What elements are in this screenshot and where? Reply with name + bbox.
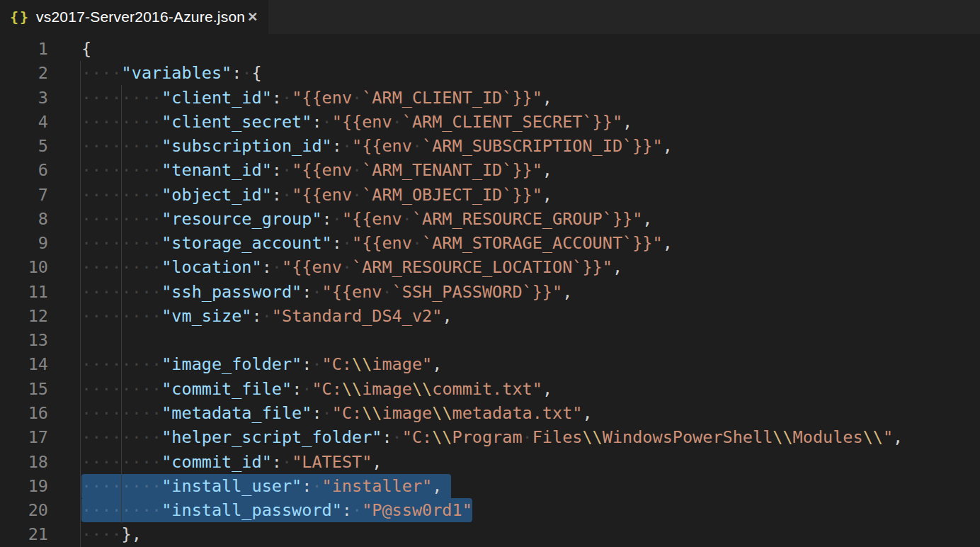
line-number[interactable]: 10 bbox=[0, 255, 48, 279]
line-number[interactable]: 13 bbox=[0, 328, 48, 352]
json-string: `ARM_STORAGE_ACCOUNT`}}" bbox=[422, 233, 663, 253]
json-key: "vm_size" bbox=[161, 306, 251, 326]
line-number[interactable]: 4 bbox=[0, 110, 48, 134]
punctuation: , bbox=[542, 160, 552, 180]
whitespace-dots: · bbox=[322, 112, 332, 132]
code-line-2[interactable]: 2····"variables":·{ bbox=[0, 61, 980, 85]
whitespace-dots: ········ bbox=[81, 233, 161, 253]
line-number[interactable]: 15 bbox=[0, 377, 48, 401]
code-line-10[interactable]: 10········"location":·"{{env·`ARM_RESOUR… bbox=[0, 255, 980, 279]
editor-pane[interactable]: 1{2····"variables":·{3········"client_id… bbox=[0, 34, 980, 547]
json-string: "{{env bbox=[292, 185, 352, 205]
json-string: `ARM_RESOURCE_LOCATION`}}" bbox=[352, 257, 612, 277]
code-line-12[interactable]: 12········"vm_size":·"Standard_DS4_v2", bbox=[0, 304, 980, 328]
json-key: "install_user" bbox=[161, 476, 302, 496]
whitespace-dots: · bbox=[282, 452, 292, 472]
punctuation: : bbox=[312, 403, 321, 423]
line-number[interactable]: 16 bbox=[0, 401, 48, 425]
code-line-15[interactable]: 15········"commit_file":·"C:\\image\\com… bbox=[0, 377, 980, 401]
punctuation: , bbox=[542, 185, 552, 205]
line-number[interactable]: 20 bbox=[0, 498, 48, 522]
code-text: ········"location":·"{{env·`ARM_RESOURCE… bbox=[81, 255, 622, 279]
json-string: "{{env bbox=[332, 112, 392, 132]
line-number[interactable]: 19 bbox=[0, 474, 48, 498]
whitespace-dots: · bbox=[342, 136, 352, 156]
code-line-3[interactable]: 3········"client_id":·"{{env·`ARM_CLIENT… bbox=[0, 86, 980, 110]
json-key: "install_password" bbox=[161, 500, 342, 520]
selected-code-text: ········"install_password":·"P@ssw0rd1" bbox=[81, 498, 472, 522]
code-line-20[interactable]: 20········"install_password":·"P@ssw0rd1… bbox=[0, 498, 980, 522]
punctuation: : bbox=[382, 427, 392, 447]
whitespace-dots: ···· bbox=[81, 524, 122, 544]
json-string: "{{env bbox=[352, 233, 412, 253]
code-line-5[interactable]: 5········"subscription_id":·"{{env·`ARM_… bbox=[0, 134, 980, 158]
json-string: "{{env bbox=[342, 209, 402, 229]
code-text: { bbox=[81, 37, 91, 61]
whitespace-dots: · bbox=[312, 476, 321, 496]
whitespace-dots: ········ bbox=[81, 452, 161, 472]
json-string: "C: bbox=[322, 354, 352, 374]
whitespace-dots: ········ bbox=[81, 306, 161, 326]
line-number[interactable]: 12 bbox=[0, 304, 48, 328]
code-line-19[interactable]: 19········"install_user":·"installer", bbox=[0, 474, 980, 498]
line-number[interactable]: 9 bbox=[0, 231, 48, 255]
line-number[interactable]: 17 bbox=[0, 425, 48, 449]
code-line-16[interactable]: 16········"metadata_file":·"C:\\image\\m… bbox=[0, 401, 980, 425]
tab-title: vs2017-Server2016-Azure.json bbox=[36, 9, 245, 26]
whitespace-dots: · bbox=[312, 282, 321, 302]
punctuation: : bbox=[302, 476, 312, 496]
line-number[interactable]: 11 bbox=[0, 280, 48, 304]
code-line-17[interactable]: 17········"helper_script_folder":·"C:\\P… bbox=[0, 425, 980, 449]
line-number[interactable]: 21 bbox=[0, 522, 48, 546]
json-string: image" bbox=[372, 354, 432, 374]
code-line-7[interactable]: 7········"object_id":·"{{env·`ARM_OBJECT… bbox=[0, 183, 980, 207]
line-number[interactable]: 1 bbox=[0, 37, 48, 61]
code-line-8[interactable]: 8········"resource_group":·"{{env·`ARM_R… bbox=[0, 207, 980, 231]
punctuation: , bbox=[432, 476, 442, 496]
code-line-18[interactable]: 18········"commit_id":·"LATEST", bbox=[0, 450, 980, 474]
punctuation: : bbox=[312, 112, 321, 132]
whitespace-dots: · bbox=[282, 88, 292, 108]
line-number[interactable]: 3 bbox=[0, 86, 48, 110]
line-number[interactable]: 8 bbox=[0, 207, 48, 231]
whitespace-dots: · bbox=[241, 63, 251, 83]
line-number[interactable]: 14 bbox=[0, 352, 48, 376]
punctuation: : bbox=[332, 136, 342, 156]
code-line-14[interactable]: 14········"image_folder":·"C:\\image", bbox=[0, 352, 980, 376]
whitespace-dots: · bbox=[282, 185, 292, 205]
whitespace-dots: ········ bbox=[81, 160, 161, 180]
code-line-1[interactable]: 1{ bbox=[0, 37, 980, 61]
code-line-21[interactable]: 21····}, bbox=[0, 522, 980, 546]
punctuation: : bbox=[272, 185, 282, 205]
whitespace-dots: ········ bbox=[81, 136, 161, 156]
whitespace-dots: · bbox=[352, 88, 362, 108]
line-number[interactable]: 6 bbox=[0, 158, 48, 182]
code-line-6[interactable]: 6········"tenant_id":·"{{env·`ARM_TENANT… bbox=[0, 158, 980, 182]
json-key: "client_id" bbox=[161, 88, 272, 108]
code-line-9[interactable]: 9········"storage_account":·"{{env·`ARM_… bbox=[0, 231, 980, 255]
json-string: "{{env bbox=[282, 257, 342, 277]
json-key: "commit_file" bbox=[161, 379, 292, 399]
code-text: ········"storage_account":·"{{env·`ARM_S… bbox=[81, 231, 673, 255]
json-string: "Standard_DS4_v2" bbox=[272, 306, 443, 326]
code-text: ········"commit_file":·"C:\\image\\commi… bbox=[81, 377, 552, 401]
escape-sequence: \\ bbox=[352, 354, 372, 374]
whitespace-dots: · bbox=[352, 160, 362, 180]
punctuation: , bbox=[612, 257, 622, 277]
escape-sequence: \\ bbox=[432, 403, 452, 423]
code-line-13[interactable]: 13 bbox=[0, 328, 980, 352]
whitespace-dots: ········ bbox=[81, 282, 161, 302]
line-number[interactable]: 2 bbox=[0, 61, 48, 85]
code-line-4[interactable]: 4········"client_secret":·"{{env·`ARM_CL… bbox=[0, 110, 980, 134]
line-number[interactable]: 5 bbox=[0, 134, 48, 158]
punctuation: , bbox=[372, 452, 382, 472]
line-number[interactable]: 7 bbox=[0, 183, 48, 207]
line-number[interactable]: 18 bbox=[0, 450, 48, 474]
close-icon[interactable]: ✕ bbox=[245, 9, 260, 26]
punctuation: : bbox=[262, 257, 272, 277]
whitespace-dots: ···· bbox=[81, 63, 122, 83]
tab-vs2017-server2016-azure-json[interactable]: {} vs2017-Server2016-Azure.json ✕ bbox=[0, 0, 268, 34]
code-line-11[interactable]: 11········"ssh_password":·"{{env·`SSH_PA… bbox=[0, 280, 980, 304]
escape-sequence: \\ bbox=[412, 379, 432, 399]
punctuation: , bbox=[642, 209, 652, 229]
